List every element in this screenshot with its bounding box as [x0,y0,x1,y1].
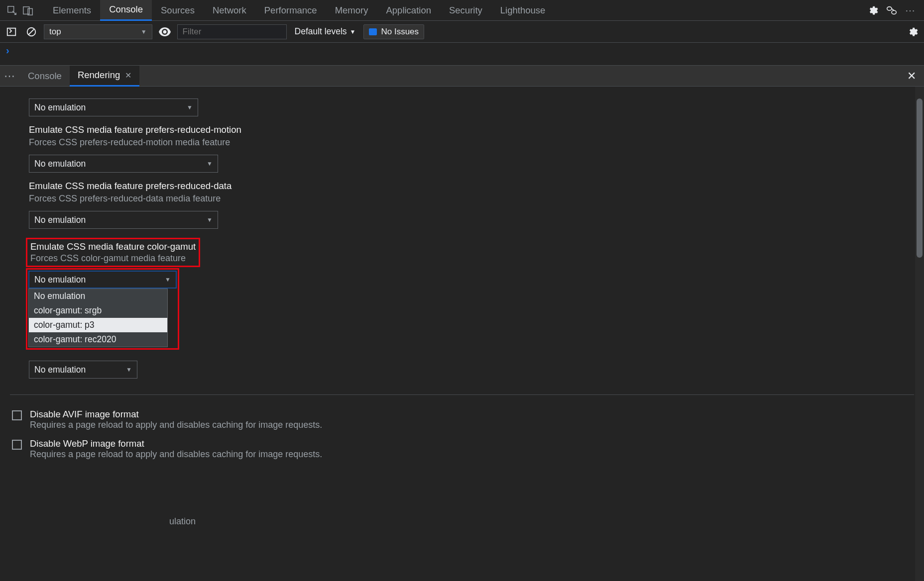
issues-button[interactable]: No Issues [363,24,424,39]
console-toolbar: top ▼ Default levels ▼ No Issues [0,21,924,43]
chevron-down-icon: ▼ [207,216,213,223]
tab-memory[interactable]: Memory [326,0,377,21]
drawer-tabbar: ⋯ Console Rendering ✕ ✕ [0,66,924,87]
prefers-reduced-motion-select[interactable]: No emulation ▼ [29,155,218,173]
highlight-annotation: Emulate CSS media feature color-gamut Fo… [26,238,200,267]
section-desc: Forces CSS color-gamut media feature [30,253,196,264]
filter-input[interactable] [177,24,287,39]
device-toolbar-icon[interactable] [20,2,36,18]
obscured-text: ulation [169,516,196,527]
section-title-prefers-reduced-motion: Emulate CSS media feature prefers-reduce… [29,124,895,135]
execution-context-select[interactable]: top ▼ [44,24,152,39]
tab-network[interactable]: Network [204,0,255,21]
inspect-element-icon[interactable] [4,2,20,18]
checkbox-desc: Requires a page reload to apply and disa… [30,420,322,430]
svg-point-4 [892,10,896,14]
tab-lighthouse[interactable]: Lighthouse [491,0,555,21]
chevron-down-icon: ▼ [165,276,171,283]
console-prompt-chevron-icon: › [6,45,9,56]
scrollbar-thumb[interactable] [917,98,923,258]
section-desc: Forces CSS prefers-reduced-motion media … [29,137,895,148]
dropdown-option[interactable]: color-gamut: rec2020 [29,332,167,347]
disable-avif-checkbox[interactable] [12,410,22,420]
chevron-down-icon: ▼ [350,28,356,35]
scrollbar[interactable] [915,87,924,581]
disable-avif-row: Disable AVIF image format Requires a pag… [0,405,924,434]
highlight-annotation: No emulation ▼ No emulation color-gamut:… [26,268,179,350]
tab-performance[interactable]: Performance [255,0,326,21]
emulate-select-generic[interactable]: No emulation ▼ [29,98,198,116]
drawer-more-tabs-icon[interactable]: ⋯ [4,70,20,83]
devtools-top-tabbar: Elements Console Sources Network Perform… [0,0,924,21]
console-input-area[interactable]: › [0,43,924,66]
close-drawer-icon[interactable]: ✕ [903,70,920,83]
chevron-down-icon: ▼ [187,104,193,111]
dropdown-option[interactable]: color-gamut: srgb [29,303,167,318]
settings-gear-icon[interactable] [866,4,879,17]
section-title-color-gamut: Emulate CSS media feature color-gamut [30,241,196,252]
chevron-down-icon: ▼ [126,366,132,373]
tab-security[interactable]: Security [440,0,491,21]
issues-icon [369,28,377,35]
color-gamut-dropdown: No emulation color-gamut: srgb color-gam… [28,289,168,347]
tab-application[interactable]: Application [377,0,440,21]
drawer-tab-rendering[interactable]: Rendering ✕ [70,66,139,87]
dropdown-option[interactable]: No emulation [29,289,167,303]
section-title-prefers-reduced-data: Emulate CSS media feature prefers-reduce… [29,181,895,192]
console-settings-gear-icon[interactable] [905,24,920,39]
color-gamut-select[interactable]: No emulation ▼ [28,271,177,289]
checkbox-title: Disable AVIF image format [30,409,322,420]
drawer-tab-console[interactable]: Console [20,66,70,87]
rendering-panel: No emulation ▼ Emulate CSS media feature… [0,87,924,581]
context-value: top [49,27,61,37]
svg-rect-1 [23,6,29,14]
tab-elements[interactable]: Elements [44,0,100,21]
more-options-icon[interactable]: ⋯ [904,4,917,17]
checkbox-desc: Requires a page reload to apply and disa… [30,449,322,460]
dropdown-option[interactable]: color-gamut: p3 [29,318,167,332]
tab-console[interactable]: Console [100,0,152,21]
section-divider [10,394,914,395]
emulate-select-small[interactable]: No emulation ▼ [29,361,137,379]
log-levels-select[interactable]: Default levels ▼ [292,26,359,37]
live-expression-eye-icon[interactable] [157,24,172,39]
close-tab-icon[interactable]: ✕ [125,71,131,80]
customize-devtools-icon[interactable] [885,4,898,17]
checkbox-title: Disable WebP image format [30,438,322,449]
disable-webp-checkbox[interactable] [12,440,22,450]
toggle-console-sidebar-icon[interactable] [4,24,19,39]
section-desc: Forces CSS prefers-reduced-data media fe… [29,194,895,204]
clear-console-icon[interactable] [24,24,39,39]
prefers-reduced-data-select[interactable]: No emulation ▼ [29,211,218,229]
chevron-down-icon: ▼ [141,28,147,35]
svg-rect-5 [7,28,16,35]
chevron-down-icon: ▼ [207,160,213,167]
tab-sources[interactable]: Sources [152,0,204,21]
disable-webp-row: Disable WebP image format Requires a pag… [0,434,924,464]
svg-point-3 [887,6,892,10]
